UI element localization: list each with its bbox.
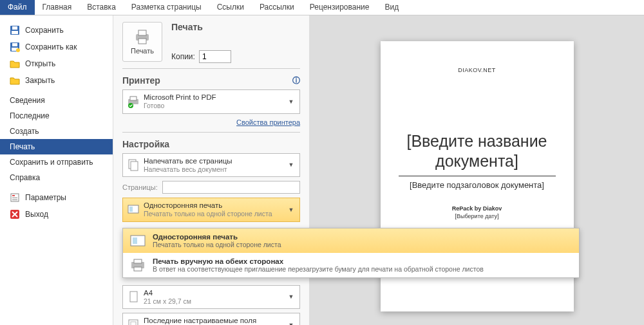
sidebar-label: Сохранить как bbox=[25, 42, 77, 51]
svg-rect-8 bbox=[12, 195, 15, 196]
doc-date: [Выберите дату] bbox=[399, 213, 556, 219]
sidebar-item-help[interactable]: Справка bbox=[0, 170, 113, 185]
margins-icon bbox=[127, 319, 140, 325]
svg-rect-1 bbox=[12, 31, 18, 34]
ribbon-tab-home[interactable]: Главная bbox=[35, 0, 80, 15]
exit-icon bbox=[10, 209, 20, 219]
chevron-down-icon: ▼ bbox=[287, 207, 296, 213]
print-button-label: Печать bbox=[131, 47, 154, 55]
ribbon-tab-insert[interactable]: Вставка bbox=[79, 0, 124, 15]
svg-rect-29 bbox=[134, 267, 142, 271]
chevron-down-icon: ▼ bbox=[287, 322, 296, 325]
ribbon-tab-mailings[interactable]: Рассылки bbox=[252, 0, 302, 15]
svg-rect-28 bbox=[134, 259, 142, 263]
pages-icon bbox=[127, 158, 140, 171]
print-range-dropdown[interactable]: Напечатать все страницы Напечатать весь … bbox=[122, 153, 300, 178]
paper-size-dropdown[interactable]: A4 21 см x 29,7 см ▼ bbox=[122, 285, 300, 310]
page-size-icon bbox=[127, 290, 140, 303]
print-button[interactable]: Печать bbox=[122, 22, 162, 62]
sidebar-item-exit[interactable]: Выход bbox=[0, 206, 113, 223]
svg-point-6 bbox=[16, 48, 20, 52]
svg-rect-2 bbox=[12, 26, 17, 30]
printer-icon bbox=[133, 29, 151, 44]
svg-rect-21 bbox=[129, 207, 133, 212]
pages-label: Страницы: bbox=[122, 183, 158, 191]
ribbon-tab-review[interactable]: Рецензирование bbox=[302, 0, 377, 15]
printer-status: Готово bbox=[144, 102, 287, 110]
duplex-dropdown[interactable]: Односторонняя печать Печатать только на … bbox=[122, 198, 300, 222]
manual-duplex-icon bbox=[128, 257, 147, 274]
save-as-icon bbox=[10, 42, 20, 52]
doc-header: DIAKOV.NET bbox=[399, 67, 556, 73]
sidebar-item-open[interactable]: Открыть bbox=[0, 55, 113, 72]
single-side-icon bbox=[127, 203, 140, 216]
flyout-item-single-side[interactable]: Односторонняя печать Печатать только на … bbox=[123, 228, 579, 253]
sidebar-label: Закрыть bbox=[25, 76, 55, 85]
copies-input[interactable] bbox=[199, 50, 231, 63]
svg-rect-26 bbox=[133, 237, 137, 244]
ribbon-tab-file[interactable]: Файл bbox=[0, 0, 35, 15]
sidebar-item-save[interactable]: Сохранить bbox=[0, 22, 113, 39]
doc-title: [Введите название документа] bbox=[399, 131, 556, 172]
svg-rect-16 bbox=[130, 97, 137, 100]
svg-rect-10 bbox=[12, 200, 17, 200]
copies-label: Копии: bbox=[171, 52, 195, 61]
duplex-flyout: Односторонняя печать Печатать только на … bbox=[122, 228, 580, 278]
chevron-down-icon: ▼ bbox=[287, 293, 296, 300]
info-icon[interactable]: ⓘ bbox=[292, 75, 300, 86]
svg-rect-5 bbox=[12, 43, 17, 46]
doc-subtitle: [Введите подзаголовок документа] bbox=[399, 180, 556, 190]
sidebar-label: Открыть bbox=[25, 59, 55, 68]
printer-dropdown[interactable]: Microsoft Print to PDF Готово ▼ bbox=[122, 89, 300, 114]
printer-header: Принтерⓘ bbox=[122, 75, 300, 86]
settings-header: Настройка bbox=[122, 139, 300, 149]
doc-author: RePack by Diakov bbox=[399, 205, 556, 212]
backstage-sidebar: Сохранить Сохранить как Открыть Закрыть … bbox=[0, 15, 113, 325]
save-icon bbox=[10, 25, 20, 35]
margins-dropdown[interactable]: Последние настраиваемые поля Левое: 2 см… bbox=[122, 313, 300, 325]
sidebar-item-save-send[interactable]: Сохранить и отправить bbox=[0, 154, 113, 170]
printer-properties-link[interactable]: Свойства принтера bbox=[236, 118, 300, 126]
print-preview-panel: DIAKOV.NET [Введите название документа] … bbox=[310, 15, 644, 325]
sidebar-item-close[interactable]: Закрыть bbox=[0, 72, 113, 89]
print-settings-panel: Печать Печать Копии: Принтерⓘ Microsoft … bbox=[113, 15, 310, 325]
printer-ready-icon bbox=[127, 95, 140, 108]
sidebar-item-info[interactable]: Сведения bbox=[0, 93, 113, 108]
sidebar-item-save-as[interactable]: Сохранить как bbox=[0, 39, 113, 55]
printer-name: Microsoft Print to PDF bbox=[144, 93, 287, 102]
sidebar-item-print[interactable]: Печать bbox=[0, 139, 113, 154]
sidebar-label: Параметры bbox=[25, 193, 66, 202]
open-icon bbox=[10, 59, 20, 69]
svg-rect-9 bbox=[12, 198, 17, 198]
svg-rect-14 bbox=[138, 39, 146, 44]
sidebar-label: Сохранить bbox=[25, 26, 64, 35]
sidebar-label: Выход bbox=[25, 210, 48, 219]
sidebar-item-new[interactable]: Создать bbox=[0, 124, 113, 139]
sidebar-item-recent[interactable]: Последние bbox=[0, 108, 113, 124]
ribbon-tab-references[interactable]: Ссылки bbox=[209, 0, 252, 15]
flyout-item-manual-duplex[interactable]: Печать вручную на обеих сторонах В ответ… bbox=[123, 253, 579, 277]
sidebar-item-options[interactable]: Параметры bbox=[0, 189, 113, 206]
ribbon: Файл Главная Вставка Разметка страницы С… bbox=[0, 0, 644, 15]
svg-rect-19 bbox=[131, 162, 138, 171]
doc-divider bbox=[399, 176, 556, 176]
options-icon bbox=[10, 192, 20, 203]
chevron-down-icon: ▼ bbox=[287, 98, 296, 105]
svg-rect-23 bbox=[129, 320, 138, 325]
ribbon-tab-view[interactable]: Вид bbox=[377, 0, 406, 15]
svg-rect-13 bbox=[138, 30, 146, 35]
pages-input[interactable] bbox=[162, 181, 300, 194]
ribbon-tab-page-layout[interactable]: Разметка страницы bbox=[124, 0, 209, 15]
chevron-down-icon: ▼ bbox=[287, 162, 296, 168]
svg-point-17 bbox=[128, 103, 133, 108]
svg-rect-22 bbox=[130, 292, 137, 302]
print-header: Печать bbox=[171, 22, 231, 32]
close-folder-icon bbox=[10, 75, 20, 86]
single-side-icon bbox=[128, 232, 147, 249]
